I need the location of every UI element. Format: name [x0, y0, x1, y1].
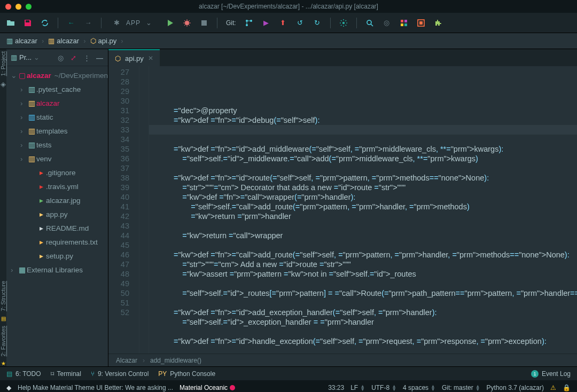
theme-indicator[interactable]: Material Oceanic — [180, 384, 235, 391]
bottom-tool-bar: ▤6: TODO ⌑Terminal ⑂9: Version Control P… — [0, 366, 577, 380]
rail-favorites-tab[interactable]: 2: Favorites — [0, 324, 6, 358]
settings-icon[interactable] — [339, 19, 348, 27]
tool-python-console[interactable]: PYPython Console — [158, 370, 215, 378]
rail-project-tab[interactable]: 1: Project — [0, 49, 6, 78]
chevron-down-icon: ⌄ — [146, 19, 152, 27]
tool-todo[interactable]: ▤6: TODO — [6, 370, 41, 378]
chevron-right-icon: › — [83, 37, 85, 45]
tree-node[interactable]: ▸alcazar.jpg — [6, 193, 108, 207]
git-commit-icon[interactable]: ▶ — [262, 19, 270, 27]
git-revert-icon[interactable]: ↻ — [313, 19, 322, 27]
chevron-down-icon[interactable]: ⌄ — [34, 53, 40, 61]
undo-arrow-icon[interactable]: ← — [67, 19, 75, 27]
svg-point-4 — [250, 20, 252, 22]
python-icon: ⬡ — [115, 54, 121, 62]
git-branch-icon[interactable] — [245, 19, 253, 27]
editor-crumb-class[interactable]: Alcazar — [116, 357, 137, 364]
tree-root[interactable]: ⌄ ▢ alcazar ~/DevExperimen — [6, 68, 108, 82]
chevron-right-icon: › — [20, 85, 27, 93]
redo-arrow-icon[interactable]: → — [84, 19, 92, 27]
sync-icon[interactable] — [41, 19, 49, 27]
tree-node[interactable]: ▸.gitignore — [6, 166, 108, 179]
breadcrumb[interactable]: ⬡ api.py — [90, 37, 117, 45]
save-icon[interactable] — [24, 19, 32, 27]
file-icon: ▸ — [36, 182, 46, 191]
code-area[interactable]: 2728293031323334353637383940414243444546… — [108, 66, 577, 354]
material-icon[interactable] — [417, 19, 425, 27]
editor-crumb-method[interactable]: add_middleware() — [150, 357, 201, 364]
left-tool-rail: 1: Project ◈ 7: Structure ▤ 2: Favorites… — [0, 49, 6, 366]
event-log[interactable]: 1Event Log — [531, 370, 571, 378]
tree-node[interactable]: ›▥templates — [6, 124, 108, 138]
inspection-icon[interactable]: ⚠ — [550, 384, 556, 391]
editor: ⬡ api.py ✕ 27282930313233343536373839404… — [108, 49, 577, 366]
tree-node[interactable]: ▸README.md — [6, 221, 108, 235]
git-push-icon[interactable]: ⬆ — [279, 19, 287, 27]
code-content[interactable]: ="dec">@property ="kw">def ="fn">="id">d… — [149, 66, 577, 354]
editor-tab-api[interactable]: ⬡ api.py ✕ — [108, 49, 160, 66]
target-icon[interactable]: ◎ — [58, 54, 65, 61]
tree-node-label: tests — [36, 141, 52, 149]
file-icon: ▸ — [36, 238, 46, 246]
encoding[interactable]: UTF-8▲▼ — [371, 384, 396, 391]
chevron-right-icon: › — [20, 141, 27, 149]
breadcrumb-label: alcazar — [15, 37, 37, 45]
tree-node[interactable]: ›▥venv — [6, 152, 108, 166]
target-icon[interactable]: ◎ — [383, 19, 391, 27]
lock-icon[interactable]: 🔒 — [563, 384, 571, 391]
chevron-right-icon: › — [20, 113, 27, 121]
tree-node[interactable]: ›▥.pytest_cache — [6, 82, 108, 96]
tool-vcs[interactable]: ⑂9: Version Control — [91, 370, 149, 378]
breadcrumb[interactable]: ▥ alcazar — [48, 37, 79, 45]
tree-node[interactable]: ▸app.py — [6, 207, 108, 221]
chevron-right-icon: › — [20, 99, 27, 107]
tree-node[interactable]: ▸setup.py — [6, 249, 108, 263]
svg-point-2 — [246, 20, 248, 22]
search-icon[interactable] — [365, 19, 374, 27]
minimize-icon[interactable]: — — [96, 54, 104, 61]
file-icon: ▸ — [36, 168, 46, 177]
tree-node[interactable]: ›▥static — [6, 110, 108, 124]
svg-point-0 — [185, 21, 189, 25]
puzzle-icon[interactable] — [434, 19, 442, 27]
breadcrumb-bar: ▥ alcazar › ▥ alcazar › ⬡ api.py › — [0, 33, 577, 49]
tree-node[interactable]: ›▥alcazar — [6, 96, 108, 110]
tree-node[interactable]: ›▥tests — [6, 138, 108, 152]
run-configuration-selector[interactable]: ✱ APP ⌄ — [110, 18, 157, 28]
folder-icon: ▥ — [27, 113, 36, 121]
collapse-icon[interactable]: ⤢ — [71, 54, 78, 61]
tool-terminal[interactable]: ⌑Terminal — [51, 370, 81, 378]
svg-rect-7 — [401, 20, 403, 22]
sdk[interactable]: Python 3.7 (alcazar) — [487, 384, 544, 391]
menu-icon[interactable]: ◆ — [6, 384, 11, 391]
git-status[interactable]: Git: master▲▼ — [442, 384, 480, 391]
tree-node-label: alcazar.jpg — [46, 197, 81, 205]
open-icon[interactable] — [6, 19, 15, 27]
cursor-position[interactable]: 33:23 — [328, 384, 344, 391]
line-number-gutter: 2728293031323334353637383940414243444546… — [108, 66, 139, 354]
svg-rect-12 — [419, 21, 423, 25]
breadcrumb[interactable]: ▥ alcazar — [6, 37, 37, 45]
more-icon[interactable]: ⋮ — [83, 54, 91, 61]
external-libraries[interactable]: › ▦ External Libraries — [6, 263, 108, 277]
git-history-icon[interactable]: ↺ — [296, 19, 305, 27]
tree-node[interactable]: ▸.travis.yml — [6, 179, 108, 193]
grid-icon[interactable] — [400, 19, 408, 27]
debug-icon[interactable] — [183, 19, 191, 27]
tree-node-label: External Libraries — [27, 266, 83, 274]
run-icon[interactable] — [166, 19, 174, 27]
tree-node-label: setup.py — [46, 252, 73, 260]
python-icon: ✱ — [112, 19, 121, 27]
close-icon[interactable]: ✕ — [148, 54, 153, 62]
todo-icon: ▤ — [6, 370, 12, 378]
tree-node[interactable]: ▸requirements.txt — [6, 235, 108, 249]
stop-icon[interactable] — [200, 19, 208, 27]
indent[interactable]: 4 spaces▲▼ — [403, 384, 435, 391]
line-separator[interactable]: LF▲▼ — [350, 384, 365, 391]
project-panel-title: Pr... — [19, 53, 32, 61]
chevron-right-icon: › — [121, 37, 123, 45]
folder-icon: ▥ — [27, 85, 36, 93]
fold-gutter — [139, 66, 149, 354]
tree-node-label: README.md — [46, 224, 89, 232]
rail-structure-tab[interactable]: 7: Structure — [0, 279, 6, 313]
